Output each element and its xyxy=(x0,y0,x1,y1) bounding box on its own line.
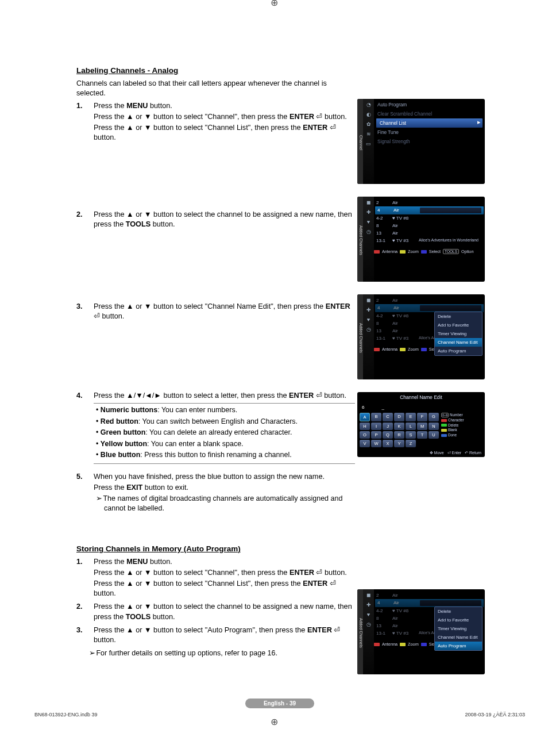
kbd-input-value: _ xyxy=(381,405,384,410)
step-4: 4. Press the ▲/▼/◄/► button to select a … xyxy=(76,391,355,464)
registration-mark: ⊕ xyxy=(268,716,280,728)
storing-note-text: For further details on setting up option… xyxy=(87,648,355,658)
osd-footer-antenna: Antenna xyxy=(382,347,398,352)
storing-step-3: 3. Press the ▲ or ▼ button to select "Au… xyxy=(76,625,355,646)
osd-icon-column: ◼ ✚ ♥ ◷ xyxy=(363,197,374,282)
kbd-key: P xyxy=(371,431,381,439)
yellow-tag xyxy=(400,643,406,646)
page-number-pill: English - 39 xyxy=(245,699,314,708)
osd-popup: DeleteAdd to FavoriteTimer ViewingChanne… xyxy=(434,607,483,651)
kbd-key: N xyxy=(429,423,439,430)
footer-left: BN68-01392J-ENG.indb 39 xyxy=(34,712,98,717)
tools-button-label: TOOLS xyxy=(443,249,459,254)
popup-item: Timer Viewing xyxy=(435,624,482,633)
added-icon: ✚ xyxy=(365,601,372,608)
all-icon: ◼ xyxy=(365,592,372,598)
kbd-key: Z xyxy=(406,440,416,447)
step5-text-a: When you have finished, press the blue b… xyxy=(94,472,355,482)
osd-menu-item: Channel List xyxy=(376,118,483,128)
kbd-footer: ✥ Move ⏎ Enter ↶ Return xyxy=(357,448,485,457)
favorite-icon: ♥ xyxy=(365,611,372,618)
kbd-letter-grid: ABCDEFGHIJKLMNOPQRSTUVWXYZ xyxy=(360,413,439,447)
footer-right: 2008-03-19 ¿ÀÈÄ 2:31:03 xyxy=(465,712,525,717)
channel-row: 4Air xyxy=(375,206,484,214)
osd-footer-zoom: Zoom xyxy=(408,249,419,254)
osd-side-label: Added Channels xyxy=(357,589,363,674)
channel-row: 8Air xyxy=(374,222,485,229)
kbd-key: H xyxy=(360,423,370,430)
osd-footer-option: Option xyxy=(461,249,474,254)
step-number: 5. xyxy=(76,472,94,482)
osd-footer: Air Antenna Zoom Select TOOLSOption xyxy=(363,247,485,256)
osd-keyboard: Channel Name Edit 6 _ ABCDEFGHIJKLMNOPQR… xyxy=(357,392,485,457)
step-number: 2. xyxy=(76,602,94,612)
kbd-key: A xyxy=(360,413,370,421)
kbd-key: E xyxy=(406,413,416,421)
yellow-tag xyxy=(400,250,406,254)
step5-note: The names of digital broadcasting channe… xyxy=(94,494,355,513)
kbd-key: B xyxy=(371,413,381,421)
step-1: 1. Press the MENU button. Press the ▲ or… xyxy=(76,101,355,144)
popup-item: Channel Name Edit xyxy=(435,633,482,642)
picture-icon: ◐ xyxy=(365,111,372,118)
intro-labeling: Channels can labeled so that their call … xyxy=(76,79,355,98)
blue-tag xyxy=(421,250,427,254)
osd-menu-item: Auto Program xyxy=(374,100,485,109)
kbd-key: F xyxy=(417,413,427,421)
channel-row: 4-2♥ TV #8 xyxy=(374,214,485,222)
osd-footer-select: Select xyxy=(429,249,441,254)
kbd-key: D xyxy=(394,413,404,421)
added-icon: ✚ xyxy=(365,209,372,216)
sound-icon: ≋ xyxy=(365,131,372,137)
popup-item: Auto Program xyxy=(435,642,482,650)
osd-menu-item: Fine Tune xyxy=(374,128,485,137)
osd-popup: DeleteAdd to FavoriteTimer ViewingChanne… xyxy=(434,312,483,356)
osd-side-label: Added Channels xyxy=(357,294,363,379)
kbd-key: Q xyxy=(383,431,393,439)
kbd-key: U xyxy=(429,431,439,439)
step-number: 1. xyxy=(76,557,94,567)
kbd-key: S xyxy=(406,431,416,439)
channel-row: 13-1♥ TV #3Alice's Adventures in Wonderl… xyxy=(374,237,485,244)
osd-footer-antenna: Antenna xyxy=(382,642,398,647)
footer-meta: BN68-01392J-ENG.indb 39 2008-03-19 ¿ÀÈÄ … xyxy=(34,712,525,721)
step-3: 3. Press the ▲ or ▼ button to select "Ch… xyxy=(76,302,355,323)
kbd-key: V xyxy=(360,440,370,447)
kbd-input-number: 6 xyxy=(362,405,364,410)
kbd-key: K xyxy=(394,423,404,430)
channel-row: 2Air xyxy=(374,592,485,599)
step-number: 3. xyxy=(76,625,94,635)
osd-menu-item: Signal Strength xyxy=(374,137,485,146)
heading-labeling: Labeling Channels - Analog xyxy=(76,66,355,75)
red-tag xyxy=(374,250,380,254)
osd-channel-list: Added Channels ◼ ✚ ♥ ◷ 2Air4Air4-2♥ TV #… xyxy=(357,197,485,282)
channel-row: 4Air xyxy=(375,304,484,312)
osd-icon-column: ◔ ◐ ✿ ≋ ▭ xyxy=(363,99,374,184)
popup-item: Channel Name Edit xyxy=(435,338,482,347)
kbd-key: J xyxy=(383,423,393,430)
step-5: 5. When you have finished, press the blu… xyxy=(76,472,355,515)
kbd-key: W xyxy=(371,440,381,447)
registration-mark: ⊕ xyxy=(268,0,280,9)
storing-note: For further details on setting up option… xyxy=(76,648,355,659)
blue-tag xyxy=(421,643,427,646)
osd-footer-antenna: Antenna xyxy=(382,249,398,254)
all-icon: ◼ xyxy=(365,199,372,206)
popup-item: Timer Viewing xyxy=(435,329,482,338)
kbd-key: R xyxy=(394,431,404,439)
step-number: 1. xyxy=(76,101,94,111)
programmed-icon: ◷ xyxy=(365,326,372,333)
gear-icon: ✿ xyxy=(365,121,372,128)
osd-keyboard-title: Channel Name Edit xyxy=(357,392,485,402)
step-number: 2. xyxy=(76,210,94,220)
step-number: 4. xyxy=(76,391,94,401)
channel-row: 13Air xyxy=(374,229,485,237)
osd-channel-menu: Channel ◔ ◐ ✿ ≋ ▭ Auto ProgramClear Scra… xyxy=(357,99,485,184)
favorite-icon: ♥ xyxy=(365,316,372,323)
yellow-tag xyxy=(400,348,406,351)
channel-row: 2Air xyxy=(374,199,485,206)
popup-item: Delete xyxy=(435,607,482,616)
programmed-icon: ◷ xyxy=(365,621,372,628)
instruction-column: Labeling Channels - Analog Channels can … xyxy=(34,11,355,662)
osd-menu-item: Clear Scrambled Channel xyxy=(374,109,485,118)
